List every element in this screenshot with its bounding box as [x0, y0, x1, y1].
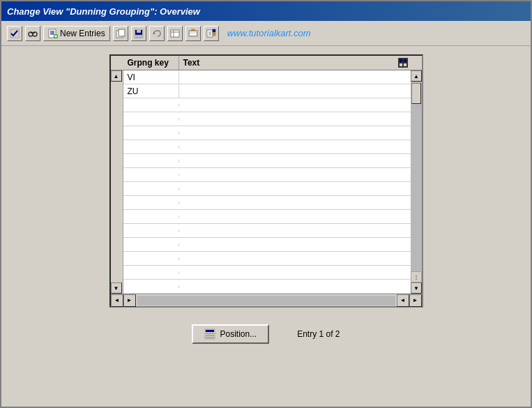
cell-grpng-2: ZU	[123, 85, 179, 98]
undo-icon-btn[interactable]	[149, 26, 165, 41]
svg-rect-17	[136, 35, 142, 38]
title-bar: Change View "Dunning Grouping": Overview	[1, 1, 531, 21]
scroll-down-arrow[interactable]: ▼	[111, 282, 122, 294]
entry-info: Entry 1 of 2	[297, 329, 340, 339]
table-row[interactable]	[123, 154, 411, 168]
hscroll-right2-arrow[interactable]: ◄	[397, 294, 409, 307]
new-entries-icon	[48, 29, 58, 38]
vscroll-track[interactable]	[411, 82, 422, 271]
table-settings-icon[interactable]	[395, 56, 411, 69]
svg-marker-25	[191, 29, 195, 31]
table-row[interactable]	[123, 140, 411, 154]
col-grpng-header: Grpng key	[123, 56, 179, 70]
hscroll-left-arrow[interactable]: ◄	[111, 294, 123, 307]
vscroll-divider: ⋮	[411, 271, 422, 282]
table-row[interactable]	[123, 238, 411, 252]
table-row[interactable]	[123, 98, 411, 112]
vscroll-down[interactable]: ▼	[411, 282, 422, 294]
svg-rect-19	[171, 30, 179, 37]
svg-rect-23	[190, 31, 197, 36]
horizontal-scrollbar: ◄ ► ◄ ►	[111, 294, 422, 306]
hscroll-track[interactable]	[137, 296, 395, 305]
vscroll-thumb[interactable]	[411, 83, 421, 104]
svg-rect-31	[213, 33, 215, 36]
table-rows: VI ZU	[123, 70, 411, 294]
svg-rect-13	[119, 30, 124, 36]
table-row[interactable]	[123, 182, 411, 196]
binoculars-icon-btn[interactable]	[25, 26, 40, 41]
svg-rect-3	[31, 32, 35, 33]
table-row[interactable]	[123, 196, 411, 210]
table-row[interactable]	[123, 224, 411, 238]
scroll-up-arrow[interactable]: ▲	[111, 70, 122, 82]
save-icon-btn[interactable]	[131, 26, 146, 41]
table-row[interactable]: VI	[123, 70, 411, 84]
position-icon	[204, 328, 215, 340]
transport-icon-btn[interactable]	[185, 26, 201, 41]
row-selector-col: ▲ ▼	[111, 70, 123, 294]
content-area: Grpng key Text ▲ ▼	[1, 46, 531, 407]
new-entries-button[interactable]: New Entries	[43, 26, 110, 41]
hscroll-right-arrow[interactable]: ►	[123, 294, 136, 307]
copy-icon-btn[interactable]	[113, 26, 128, 41]
vscroll-up[interactable]: ▲	[411, 70, 422, 82]
position-button[interactable]: Position...	[192, 324, 269, 344]
svg-rect-16	[137, 30, 141, 33]
table-header: Grpng key Text	[111, 56, 422, 70]
col-text-header: Text	[179, 56, 395, 70]
table-row[interactable]	[123, 126, 411, 140]
detail-icon-btn[interactable]	[167, 26, 183, 41]
bottom-section: Position... Entry 1 of 2	[181, 313, 351, 355]
new-entries-label: New Entries	[60, 29, 105, 38]
svg-rect-30	[213, 29, 215, 32]
table-row[interactable]	[123, 210, 411, 224]
hscroll-right3-arrow[interactable]: ►	[409, 294, 422, 307]
table-row[interactable]: ZU	[123, 84, 411, 98]
config-icon-btn[interactable]	[204, 26, 219, 41]
cell-text-2	[179, 90, 411, 93]
data-table: Grpng key Text ▲ ▼	[109, 54, 423, 308]
table-row[interactable]	[123, 112, 411, 126]
vertical-scrollbar: ▲ ⋮ ▼	[411, 70, 422, 294]
cell-grpng-1: VI	[123, 71, 179, 84]
check-icon-btn[interactable]	[7, 26, 22, 41]
svg-rect-33	[206, 330, 214, 332]
table-row[interactable]	[123, 266, 411, 280]
toolbar: New Entries	[1, 21, 531, 46]
table-row[interactable]	[123, 252, 411, 266]
table-row[interactable]	[123, 280, 411, 294]
cell-text-1	[179, 76, 411, 79]
table-body-wrapper: ▲ ▼ VI ZU	[111, 70, 422, 294]
main-window: Change View "Dunning Grouping": Overview	[0, 0, 532, 408]
position-btn-label: Position...	[220, 329, 257, 339]
watermark-text: www.tutorialkart.com	[227, 28, 311, 38]
table-row[interactable]	[123, 168, 411, 182]
window-title: Change View "Dunning Grouping": Overview	[7, 6, 200, 17]
